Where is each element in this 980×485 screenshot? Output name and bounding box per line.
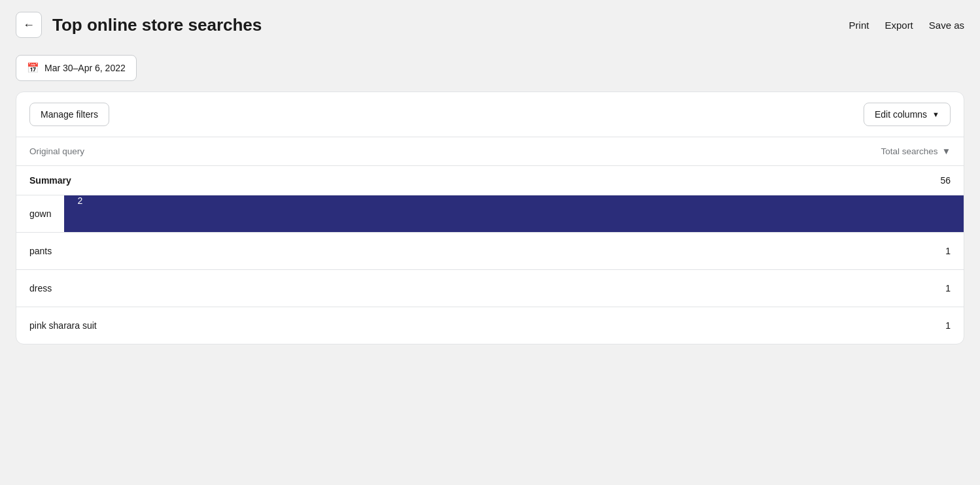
header-left: ← Top online store searches [16,12,262,38]
row-query: dress [16,273,65,304]
export-button[interactable]: Export [884,20,913,31]
edit-columns-label: Edit columns [875,109,927,120]
table-row: pink sharara suit1 [16,307,964,344]
sort-icon: ▼ [942,146,951,156]
header-actions: Print Export Save as [849,20,964,31]
back-icon: ← [23,18,35,32]
manage-filters-button[interactable]: Manage filters [29,103,109,126]
chevron-down-icon: ▼ [932,110,939,118]
row-bar-container: 1 [110,307,964,344]
col-total-searches-header[interactable]: Total searches ▼ [881,146,951,156]
page-header: ← Top online store searches Print Export… [0,0,980,50]
row-bar-container: 1 [65,270,964,307]
save-as-button[interactable]: Save as [929,20,964,31]
row-value: 1 [932,310,964,341]
page-content: 📅 Mar 30–Apr 6, 2022 Manage filters Edit… [0,50,980,360]
table-row: gown2 [16,195,964,233]
date-range-label: Mar 30–Apr 6, 2022 [44,63,126,73]
print-button[interactable]: Print [849,20,869,31]
date-filter-button[interactable]: 📅 Mar 30–Apr 6, 2022 [16,55,137,81]
row-value: 1 [932,235,964,267]
table-row: dress1 [16,270,964,307]
summary-row: Summary 56 [16,166,964,195]
row-query: pink sharara suit [16,310,110,341]
results-card: Manage filters Edit columns ▼ Original q… [16,92,964,344]
col-original-query-header: Original query [29,146,84,156]
summary-label: Summary [29,175,71,186]
row-bar-container: 1 [65,233,964,269]
table-header: Original query Total searches ▼ [16,137,964,166]
table-row: pants1 [16,233,964,270]
summary-value: 56 [940,175,951,186]
row-query: pants [16,235,65,267]
edit-columns-button[interactable]: Edit columns ▼ [864,103,951,126]
row-query: gown [16,198,64,229]
table-body: gown2pants1dress1pink sharara suit1 [16,195,964,344]
page-title: Top online store searches [52,15,262,35]
back-button[interactable]: ← [16,12,42,38]
calendar-icon: 📅 [27,62,39,74]
row-value: 2 [64,185,96,216]
row-value: 1 [932,273,964,304]
filters-toolbar: Manage filters Edit columns ▼ [16,92,964,137]
row-bar-container: 2 [64,195,964,232]
row-bar: 2 [64,195,964,232]
